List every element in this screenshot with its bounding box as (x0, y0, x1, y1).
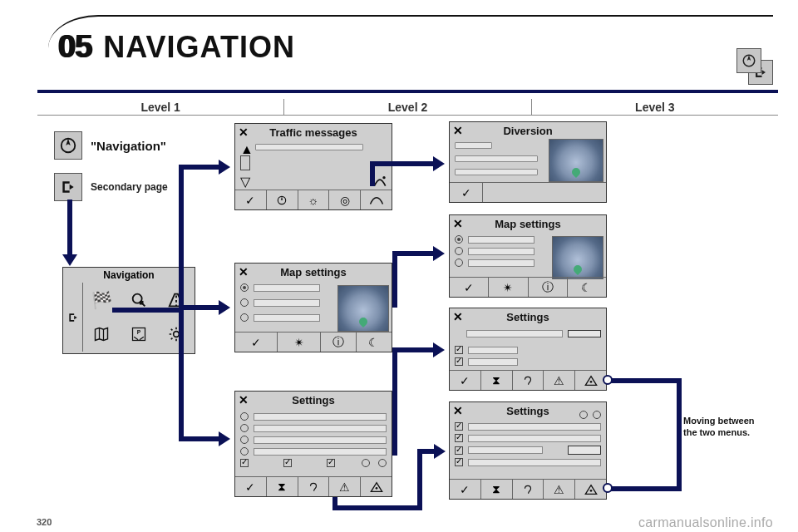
option-bar (468, 347, 518, 354)
slider-track (466, 330, 563, 337)
check-icon: ✓ (450, 480, 481, 499)
option-bar (254, 413, 387, 421)
settings-l2-card: ✕ Settings ✓ ⧗ ⚠ (234, 391, 392, 497)
option-radio (240, 412, 249, 421)
option-bar (468, 446, 543, 454)
field-bar (455, 169, 538, 175)
section-number: 05 (58, 29, 91, 65)
option-bar (468, 236, 534, 244)
option-check (455, 458, 463, 466)
close-icon: ✕ (453, 217, 463, 230)
flow-line (179, 436, 220, 441)
option-check (455, 434, 463, 442)
close-icon: ✕ (239, 126, 249, 139)
check-icon: ✓ (450, 278, 489, 297)
svg-point-6 (173, 332, 179, 337)
hourglass-icon: ⧗ (481, 371, 513, 390)
card-title: Map settings (450, 215, 606, 232)
check-icon: ✓ (450, 371, 481, 390)
card-toolbar: ✓ ✴ ⓘ ☾ (235, 332, 392, 352)
warning-icon: ⚠ (544, 371, 575, 390)
option-bar (254, 284, 320, 292)
ear-icon (513, 480, 544, 499)
header-icons (736, 48, 775, 86)
map-preview-thumb (549, 139, 603, 182)
compass-icon (736, 48, 761, 73)
card-toolbar: ✓ ⧗ ⚠ (450, 479, 606, 499)
flow-line (417, 449, 422, 510)
map-icon (83, 318, 121, 352)
check-icon: ✓ (235, 332, 278, 352)
option-radio (455, 247, 463, 255)
value-box (568, 446, 601, 455)
option-check (455, 357, 463, 366)
flow-line (607, 378, 682, 383)
flow-line (417, 449, 436, 454)
option-check (455, 422, 463, 431)
card-toolbar: ✓ ⧗ ⚠ (235, 476, 392, 496)
option-radio (362, 459, 370, 467)
flow-line (607, 486, 682, 491)
gear-icon (157, 318, 195, 352)
close-icon: ✕ (239, 393, 249, 406)
info-icon: ⓘ (529, 278, 568, 297)
hazard-icon (361, 477, 392, 496)
map-settings-l3-card: ✕ Map settings ✓ ✴ ⓘ ☾ (449, 214, 607, 298)
option-radio (240, 298, 249, 307)
svg-point-11 (589, 490, 592, 492)
flow-line (179, 165, 220, 170)
field-bar (455, 155, 538, 162)
option-radio (240, 447, 249, 456)
side-note: Moving between the two menus. (683, 416, 766, 439)
warning-icon: ⚠ (329, 477, 361, 496)
flow-line (677, 378, 682, 490)
close-icon: ✕ (239, 265, 249, 278)
daynight-icon: ☾ (357, 332, 392, 352)
card-title: Diversion (450, 122, 606, 139)
diversion-card: ✕ Diversion ✓ (449, 121, 607, 203)
option-radio (455, 259, 463, 267)
sun-icon: ☼ (298, 190, 330, 209)
flow-line (392, 347, 397, 456)
option-check (327, 459, 335, 467)
option-bar (468, 459, 601, 466)
flow-line (179, 305, 220, 310)
flow-arrow-right (433, 342, 445, 357)
option-radio (579, 411, 588, 419)
svg-text:P: P (137, 329, 141, 335)
svg-point-10 (589, 381, 592, 383)
option-radio (240, 313, 249, 322)
check-icon: ✓ (235, 477, 267, 496)
card-title: Map settings (235, 264, 392, 280)
option-check (455, 346, 463, 354)
exit-icon (54, 173, 82, 201)
svg-rect-3 (140, 301, 144, 305)
list-item (255, 144, 363, 150)
ear-icon (298, 477, 330, 496)
option-radio (455, 235, 463, 244)
hazard-icon (575, 480, 606, 499)
field-bar (455, 142, 492, 149)
hourglass-icon: ⧗ (267, 477, 298, 496)
exit-icon (63, 283, 83, 352)
card-toolbar: ✓ ✴ ⓘ ☾ (450, 277, 606, 297)
card-title: Settings (235, 392, 392, 408)
legend-navigation-label: "Navigation" (91, 139, 166, 153)
option-radio (240, 424, 249, 432)
col-header-level2: Level 2 (284, 99, 531, 116)
option-bar (254, 299, 320, 307)
traffic-messages-card: ✕ Traffic messages ▲ ▽ ✓ ☼ ◎ (234, 123, 392, 210)
page-number: 320 (37, 517, 52, 527)
col-header-level1: Level 1 (37, 99, 284, 116)
option-bar (254, 448, 387, 456)
daynight-icon: ☾ (568, 278, 606, 297)
card-title: Traffic messages (235, 124, 392, 140)
map-settings-l2-card: ✕ Map settings ✓ ✴ ⓘ ☾ (234, 263, 392, 352)
close-icon: ✕ (453, 124, 463, 137)
down-triangle-icon: ▽ (240, 174, 250, 190)
scroll-thumb (240, 155, 250, 170)
option-check (455, 446, 463, 455)
option-bar (468, 358, 518, 366)
card-toolbar: ✓ (450, 182, 606, 202)
option-radio (240, 283, 249, 292)
